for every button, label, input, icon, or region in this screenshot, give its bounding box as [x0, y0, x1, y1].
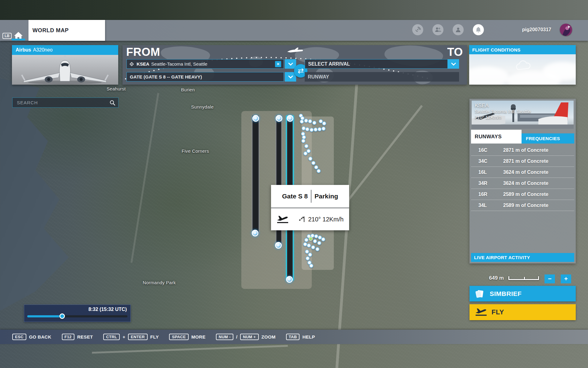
time-value: 8:32 (15:32 UTC)	[89, 307, 127, 312]
parking-spot-marker[interactable]	[322, 121, 326, 125]
parking-spot-marker[interactable]	[311, 161, 315, 165]
flight-conditions-card[interactable]: FLIGHT CONDITIONS	[469, 45, 576, 85]
runway-length: 2589 m of Concrete	[503, 203, 548, 208]
parking-spot-marker[interactable]	[311, 245, 315, 249]
profile-button[interactable]	[453, 24, 464, 35]
runway-row[interactable]: 34L 2589 m of Concrete	[471, 200, 574, 211]
live-airport-activity-button[interactable]: LIVE AIRPORT ACTIVITY	[471, 253, 574, 262]
runway-end-marker[interactable]	[276, 115, 282, 122]
tab-world-map[interactable]: WORLD MAP	[28, 20, 105, 41]
tooltip-divider	[311, 190, 311, 203]
selected-aircraft-card[interactable]: Airbus A320neo	[12, 45, 118, 85]
avatar[interactable]	[560, 24, 572, 36]
live-traffic-button[interactable]	[412, 24, 423, 35]
shortcut-more[interactable]: SPACE MORE	[169, 334, 205, 340]
radar-icon	[415, 27, 421, 33]
notifications-button[interactable]	[473, 24, 484, 35]
selected-parking-spot-marker[interactable]	[309, 237, 313, 241]
arrival-dropdown-button[interactable]	[448, 59, 459, 69]
map-scale-bar	[508, 276, 539, 280]
map-label-normandy-park: Normandy Park	[143, 280, 176, 285]
parking-spot-marker[interactable]	[305, 127, 309, 131]
simbrief-button[interactable]: SIMBRIEF	[469, 286, 576, 301]
tab-runways[interactable]: RUNWAYS	[471, 130, 522, 144]
airport-diamond-icon	[129, 62, 134, 67]
parking-spot-marker[interactable]	[312, 121, 316, 125]
parking-spot-marker[interactable]	[300, 120, 304, 124]
runway-row[interactable]: 34C 2871 m of Concrete	[471, 156, 574, 167]
runway-strip-16L34R[interactable]	[252, 116, 259, 234]
time-slider-fill	[27, 315, 62, 317]
shortcut-reset[interactable]: F12 RESET	[62, 334, 93, 340]
parking-spot-marker[interactable]	[322, 127, 326, 131]
search-icon[interactable]	[110, 100, 115, 105]
clear-departure-button[interactable]: ✕	[275, 61, 281, 67]
shortcut-label: ZOOM	[262, 334, 276, 339]
runway-length: 3624 m of Concrete	[503, 170, 548, 175]
arrival-airport-field[interactable]: SELECT ARRIVAL	[305, 59, 448, 69]
parking-spot-marker[interactable]	[301, 139, 305, 143]
search-input[interactable]	[13, 100, 110, 105]
zoom-in-button[interactable]: +	[561, 274, 571, 283]
parking-spot-marker[interactable]	[314, 165, 318, 169]
parking-spot-marker[interactable]	[304, 144, 308, 148]
shortcut-help[interactable]: TAB HELP	[286, 334, 315, 340]
parking-spot-marker[interactable]	[314, 128, 318, 132]
parking-spot-marker[interactable]	[315, 247, 319, 251]
runway-placeholder: RUNWAY	[308, 74, 329, 80]
parking-spot-marker[interactable]	[307, 243, 311, 247]
shortcut-go-back[interactable]: ESC GO BACK	[12, 334, 51, 340]
runway-length: 2871 m of Concrete	[503, 159, 548, 164]
runway-end-marker[interactable]	[252, 115, 259, 122]
parking-spot-marker[interactable]	[302, 135, 306, 139]
parking-spot-marker[interactable]	[306, 256, 310, 260]
time-slider-track[interactable]	[27, 315, 127, 317]
enter-key: ENTER	[128, 334, 148, 340]
fly-button[interactable]: FLY	[469, 304, 576, 320]
runway-row[interactable]: 34R 3624 m of Concrete	[471, 178, 574, 189]
runway-length: 2589 m of Concrete	[503, 192, 548, 197]
parking-spot-marker[interactable]	[308, 119, 312, 123]
parking-spot-marker[interactable]	[317, 169, 321, 173]
shortcut-fly[interactable]: CTRL + ENTER FLY	[103, 334, 159, 340]
runway-row[interactable]: 16R 2589 m of Concrete	[471, 189, 574, 200]
notepad-icon	[476, 290, 485, 298]
parking-spot-marker[interactable]	[317, 241, 321, 245]
friends-button[interactable]	[432, 24, 443, 35]
runway-row[interactable]: 16L 3624 m of Concrete	[471, 167, 574, 178]
runway-end-marker[interactable]	[287, 115, 293, 122]
windsock-icon	[298, 216, 306, 223]
parking-spot-marker[interactable]	[308, 253, 312, 257]
parking-spot-marker[interactable]	[313, 239, 317, 243]
parking-spot-marker[interactable]	[318, 127, 322, 131]
arrival-runway-field[interactable]: RUNWAY	[305, 72, 459, 82]
cloud-icon	[512, 60, 533, 72]
tab-frequencies[interactable]: FREQUENCIES	[522, 133, 574, 144]
num-plus-key: NUM +	[240, 334, 258, 340]
zoom-out-button[interactable]: −	[545, 274, 555, 283]
to-label: TO	[447, 46, 463, 59]
departure-airport-field[interactable]: KSEA Seattle-Tacoma Intl, Seattle ✕	[126, 59, 284, 69]
runway-end-marker[interactable]	[275, 242, 282, 249]
username[interactable]: pig20070317	[522, 27, 551, 33]
parking-spot-marker[interactable]	[303, 151, 307, 155]
parking-spot-marker[interactable]	[302, 126, 306, 130]
shortcut-zoom[interactable]: NUM - / NUM + ZOOM	[216, 334, 276, 340]
parking-spot-marker[interactable]	[321, 237, 325, 241]
runway-row[interactable]: 16C 2871 m of Concrete	[471, 145, 574, 156]
gate-tooltip: Gate S 8 Parking 210° 12Km/h	[271, 185, 349, 230]
runway-code: 16R	[471, 192, 503, 197]
tab-key: TAB	[286, 334, 300, 340]
departure-gate-field[interactable]: GATE (GATE S 8 -- GATE HEAVY)	[126, 72, 284, 82]
parking-spot-marker[interactable]	[304, 119, 308, 123]
flight-conditions-preview	[469, 54, 576, 85]
runway-end-marker[interactable]	[252, 230, 258, 236]
parking-spot-marker[interactable]	[308, 157, 312, 161]
time-slider-knob[interactable]	[59, 313, 65, 319]
parking-spot-marker[interactable]	[309, 264, 313, 268]
runway-end-marker[interactable]	[286, 276, 293, 283]
departure-dropdown-button[interactable]	[285, 59, 296, 69]
runway-code: 34C	[471, 159, 503, 164]
parking-spot-marker[interactable]	[310, 128, 314, 132]
parking-spot-marker[interactable]	[304, 238, 308, 242]
